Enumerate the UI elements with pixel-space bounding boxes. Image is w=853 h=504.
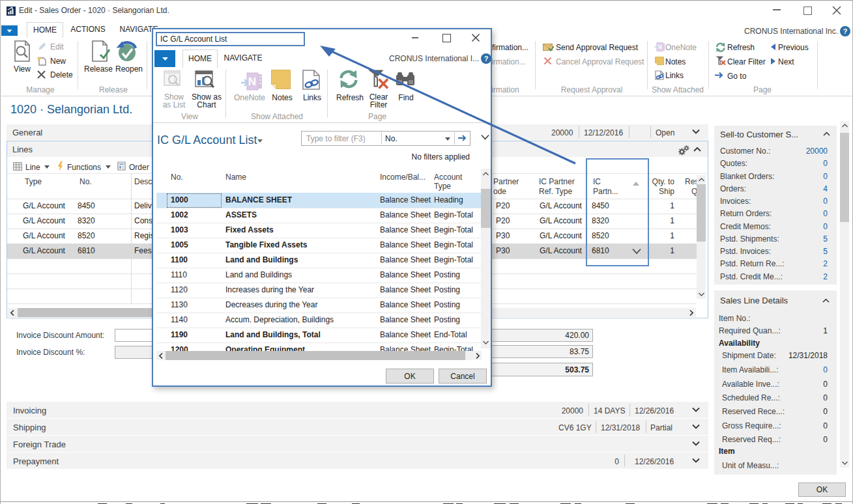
svg-text:N: N (248, 76, 256, 88)
svg-text:?: ? (484, 55, 489, 63)
svg-text:?: ? (843, 27, 848, 35)
